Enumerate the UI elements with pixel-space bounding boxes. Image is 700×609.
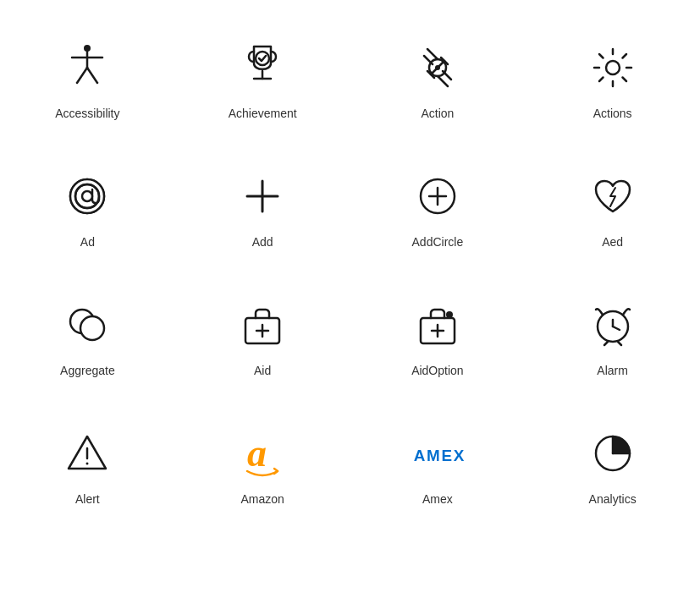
svg-line-19 (599, 54, 604, 58)
svg-line-10 (438, 76, 448, 86)
aid-label: Aid (254, 364, 271, 377)
svg-line-11 (424, 56, 433, 64)
accessibility-icon (62, 42, 113, 93)
svg-point-27 (82, 191, 92, 201)
analytics-icon (587, 428, 638, 479)
add-circle-icon (412, 171, 463, 222)
aggregate-icon (62, 299, 113, 350)
svg-point-14 (606, 61, 620, 74)
achievement-icon (237, 42, 288, 93)
icon-cell-aggregate: Aggregate (0, 274, 175, 403)
actions-label: Actions (593, 107, 632, 120)
alert-icon (62, 428, 113, 479)
svg-line-22 (599, 78, 604, 82)
aid-option-icon (412, 299, 463, 350)
svg-line-4 (87, 68, 97, 83)
aid-option-label: AidOption (411, 364, 463, 377)
aed-icon (587, 171, 638, 222)
alarm-icon (587, 299, 638, 350)
icon-cell-ad: Ad (0, 145, 175, 274)
ad-label: Ad (80, 235, 95, 249)
achievement-label: Achievement (229, 107, 297, 120)
accessibility-label: Accessibility (55, 107, 119, 120)
alert-label: Alert (75, 492, 100, 506)
add-label: Add (252, 235, 273, 249)
add-icon (237, 171, 288, 222)
svg-line-9 (427, 49, 438, 59)
icon-cell-amex: AMEX Amex (350, 403, 526, 531)
aed-label: Aed (602, 235, 623, 249)
amex-label: Amex (422, 492, 453, 506)
icon-cell-amazon: a Amazon (175, 403, 350, 531)
aggregate-label: Aggregate (60, 364, 115, 377)
icon-cell-aed: Aed (525, 145, 700, 274)
icon-cell-add-circle: AddCircle (350, 145, 526, 274)
alarm-label: Alarm (597, 364, 628, 377)
icon-grid: Accessibility Achievement (0, 0, 700, 548)
svg-line-20 (622, 78, 626, 82)
svg-point-34 (80, 316, 104, 340)
icon-cell-analytics: Analytics (525, 403, 700, 531)
icon-cell-aid-option: AidOption (350, 274, 526, 403)
svg-line-46 (618, 342, 621, 345)
svg-point-41 (446, 311, 453, 318)
svg-point-48 (86, 463, 89, 465)
svg-line-21 (622, 54, 626, 58)
amazon-icon: a (237, 428, 288, 479)
add-circle-label: AddCircle (412, 235, 464, 249)
aid-icon (237, 299, 288, 350)
amex-icon: AMEX (412, 428, 463, 479)
icon-cell-alert: Alert (0, 403, 175, 531)
icon-cell-accessibility: Accessibility (0, 17, 175, 145)
icon-cell-add: Add (175, 145, 350, 274)
svg-text:a: a (247, 431, 267, 475)
svg-line-12 (443, 71, 451, 80)
actions-icon (587, 42, 638, 93)
icon-cell-actions: Actions (525, 17, 700, 145)
ad-icon (62, 171, 113, 222)
analytics-label: Analytics (589, 492, 637, 506)
icon-cell-alarm: Alarm (525, 274, 700, 403)
action-icon (412, 42, 463, 93)
svg-line-45 (604, 342, 608, 345)
amazon-label: Amazon (240, 492, 284, 506)
icon-cell-aid: Aid (175, 274, 350, 403)
icon-cell-achievement: Achievement (175, 17, 350, 145)
icon-cell-action: Action (350, 17, 526, 145)
action-label: Action (421, 107, 454, 120)
svg-text:AMEX: AMEX (414, 447, 466, 464)
svg-line-3 (77, 68, 87, 83)
